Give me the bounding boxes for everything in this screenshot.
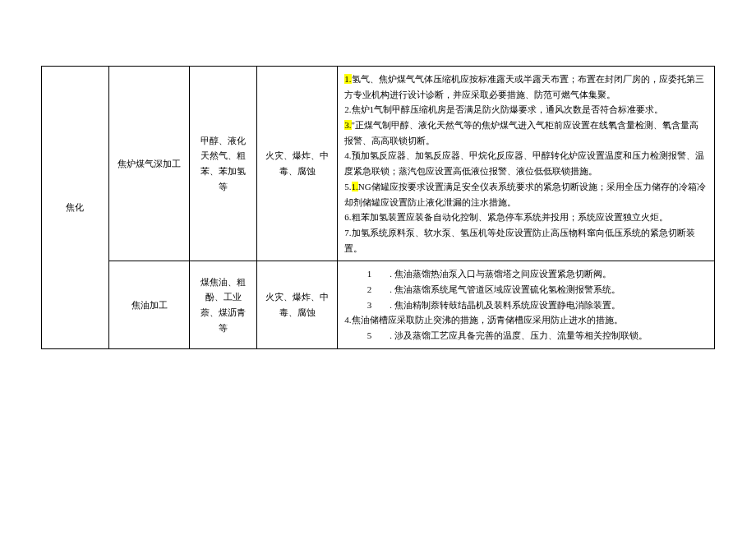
category-label: 焦化 [66, 202, 84, 212]
cell-materials: 甲醇、液化天然气、粗苯、苯加氢等 [190, 67, 257, 261]
measure-item: 6.粗苯加氢装置应装备自动化控制、紧急停车系统并投用；系统应设置独立火炬。 [344, 210, 708, 225]
hazards-label: 火灾、爆炸、中毒、腐蚀 [265, 292, 329, 317]
measure-item: 3."正煤气制甲醇、液化天然气等的焦炉煤气进入气柜前应设置在线氧含量检测、氧含量… [344, 118, 708, 148]
table-row: 焦化 焦炉煤气深加工 甲醇、液化天然气、粗苯、苯加氢等 火灾、爆炸、中毒、腐蚀 … [42, 67, 715, 261]
table-row: 焦油加工 煤焦油、粗酚、工业萘、煤沥青等 火灾、爆炸、中毒、腐蚀 1 . 焦油蒸… [42, 261, 715, 348]
sub-label: 焦炉煤气深加工 [118, 159, 181, 168]
measure-item: 1.氢气、焦炉煤气气体压缩机应按标准露天或半露天布置；布置在封闭厂房的，应委托第… [344, 71, 708, 102]
cell-measures-0: 1.氢气、焦炉煤气气体压缩机应按标准露天或半露天布置；布置在封闭厂房的，应委托第… [338, 67, 715, 261]
measure-item: 5.1.NG储罐应按要求设置满足安全仪表系统要求的紧急切断设施；采用全压力储存的… [344, 179, 708, 210]
highlight: 1. [352, 182, 358, 191]
measure-item: 1 . 焦油蒸馏热油泵入口与蒸馏塔之间应设置紧急切断阀。 [344, 266, 708, 282]
cell-sub: 焦炉煤气深加工 [108, 67, 189, 261]
cell-hazards: 火灾、爆炸、中毒、腐蚀 [257, 67, 338, 261]
cell-measures-1: 1 . 焦油蒸馏热油泵入口与蒸馏塔之间应设置紧急切断阀。2 . 焦油蒸馏系统尾气… [338, 261, 715, 348]
hazard-table: 焦化 焦炉煤气深加工 甲醇、液化天然气、粗苯、苯加氢等 火灾、爆炸、中毒、腐蚀 … [41, 66, 715, 349]
cell-hazards: 火灾、爆炸、中毒、腐蚀 [257, 261, 338, 348]
sub-label: 焦油加工 [131, 300, 168, 310]
measure-item: 4.焦油储槽应采取防止突沸的措施，沥青储槽应采用防止进水的措施。 [344, 312, 708, 328]
highlight: 1. [344, 74, 351, 84]
measure-item: 5 . 涉及蒸馏工艺应具备完善的温度、压力、流量等相关控制联锁。 [344, 328, 708, 344]
materials-label: 甲醇、液化天然气、粗苯、苯加氢等 [201, 136, 246, 191]
cell-materials: 煤焦油、粗酚、工业萘、煤沥青等 [190, 261, 257, 348]
measure-item: 4.预加氢反应器、加氢反应器、甲烷化反应器、甲醇转化炉应设置温度和压力检测报警、… [344, 148, 708, 178]
measure-item: 2.焦炉1气制甲醇压缩机房是否满足防火防爆要求，通风次数是否符合标准要求。 [344, 102, 708, 118]
measure-item: 7.加氢系统原料泵、软水泵、氢压机等处应设置防止高压物料窜向低压系统的紧急切断装… [344, 225, 708, 256]
hazards-label: 火灾、爆炸、中毒、腐蚀 [265, 150, 329, 176]
cell-sub: 焦油加工 [108, 261, 189, 348]
cell-category: 焦化 [42, 67, 109, 349]
measure-item: 2 . 焦油蒸馏系统尾气管道区域应设置硫化氢检测报警系统。 [344, 282, 708, 297]
materials-label: 煤焦油、粗酚、工业萘、煤沥青等 [201, 277, 246, 333]
highlight: 3. [344, 120, 351, 130]
measure-item: 3 . 焦油精制萘转鼓结晶机及装料系统应设置静电消除装置。 [344, 297, 708, 313]
